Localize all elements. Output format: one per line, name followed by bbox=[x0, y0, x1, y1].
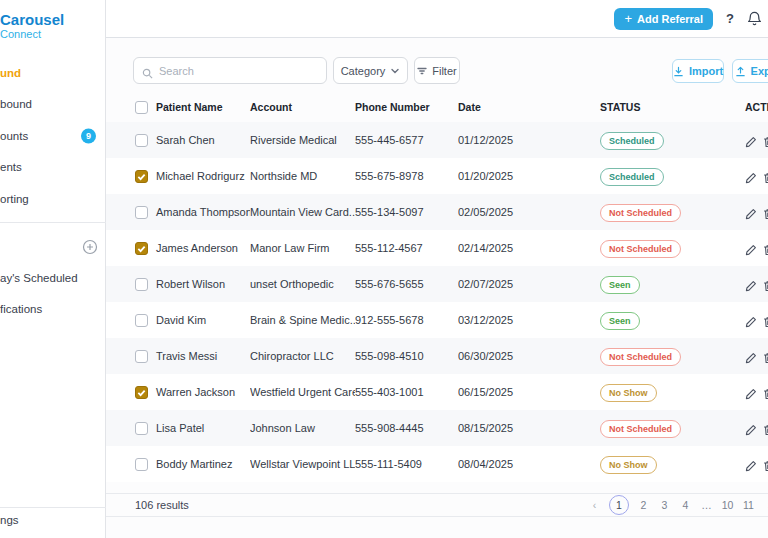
edit-pencil-icon[interactable] bbox=[745, 278, 757, 290]
sidebar-item[interactable]: fications bbox=[0, 294, 105, 326]
delete-trash-icon[interactable] bbox=[763, 134, 768, 146]
delete-trash-icon[interactable] bbox=[763, 314, 768, 326]
header-patient-name[interactable]: Patient Name bbox=[150, 101, 250, 113]
cell-phone-number: 555-445-6577 bbox=[355, 134, 458, 146]
pagination-item[interactable]: ‹ bbox=[588, 499, 601, 511]
delete-trash-icon[interactable] bbox=[763, 422, 768, 434]
header-status[interactable]: STATUS bbox=[600, 101, 745, 113]
row-checkbox[interactable] bbox=[135, 278, 148, 291]
filter-button[interactable]: Filter bbox=[414, 57, 460, 84]
header-account[interactable]: Account bbox=[250, 101, 355, 113]
sidebar-item[interactable]: ay's Scheduled bbox=[0, 262, 105, 294]
row-checkbox[interactable] bbox=[135, 422, 148, 435]
table-row[interactable]: Boddy Martinez Wellstar Viewpoint LLC 55… bbox=[106, 446, 768, 482]
edit-pencil-icon[interactable] bbox=[745, 458, 757, 470]
table-row[interactable]: Michael Rodrigurz Northside MD 555-675-8… bbox=[106, 158, 768, 194]
edit-pencil-icon[interactable] bbox=[745, 242, 757, 254]
edit-pencil-icon[interactable] bbox=[745, 170, 757, 182]
table-row[interactable]: Lisa Patel Johnson Law 555-908-4445 08/1… bbox=[106, 410, 768, 446]
cell-patient-name: Sarah Chen bbox=[150, 134, 250, 146]
cell-date: 06/30/2025 bbox=[458, 350, 600, 362]
row-checkbox[interactable] bbox=[135, 242, 148, 255]
cell-phone-number: 555-676-5655 bbox=[355, 278, 458, 290]
cell-date: 03/12/2025 bbox=[458, 314, 600, 326]
cell-phone-number: 555-908-4445 bbox=[355, 422, 458, 434]
cell-actions bbox=[745, 386, 768, 398]
table-row[interactable]: Travis Messi Chiropractor LLC 555-098-45… bbox=[106, 338, 768, 374]
export-button[interactable]: Export bbox=[732, 59, 768, 83]
search-input[interactable] bbox=[159, 65, 318, 77]
sidebar-divider bbox=[0, 222, 106, 223]
table-row[interactable]: James Anderson Manor Law Firm 555-112-45… bbox=[106, 230, 768, 266]
row-checkbox[interactable] bbox=[135, 206, 148, 219]
edit-pencil-icon[interactable] bbox=[745, 206, 757, 218]
sidebar: Carousel Connect und bound ounts 9 ents … bbox=[0, 0, 106, 538]
table-row[interactable]: Amanda Thompson Mountain View Card... 55… bbox=[106, 194, 768, 230]
cell-patient-name: Boddy Martinez bbox=[150, 458, 250, 470]
pagination-item[interactable]: … bbox=[700, 499, 713, 511]
row-checkbox[interactable] bbox=[135, 314, 148, 327]
select-all-checkbox[interactable] bbox=[135, 101, 148, 114]
edit-pencil-icon[interactable] bbox=[745, 386, 757, 398]
sidebar-item[interactable]: bound bbox=[0, 89, 105, 121]
edit-pencil-icon[interactable] bbox=[745, 134, 757, 146]
pagination-item[interactable]: 4 bbox=[679, 499, 692, 511]
cell-patient-name: Robert Wilson bbox=[150, 278, 250, 290]
delete-trash-icon[interactable] bbox=[763, 458, 768, 470]
chevron-down-icon bbox=[390, 66, 400, 76]
cell-account: Chiropractor LLC bbox=[250, 350, 355, 362]
table-row[interactable]: Robert Wilson unset Orthopedic 555-676-5… bbox=[106, 266, 768, 302]
table-row[interactable]: Sarah Chen Riverside Medical 555-445-657… bbox=[106, 122, 768, 158]
row-checkbox[interactable] bbox=[135, 386, 148, 399]
import-icon bbox=[673, 66, 684, 77]
help-icon[interactable]: ? bbox=[726, 11, 734, 26]
delete-trash-icon[interactable] bbox=[763, 350, 768, 362]
table-row[interactable]: David Kim Brain & Spine Medic... 912-555… bbox=[106, 302, 768, 338]
cell-phone-number: 912-555-5678 bbox=[355, 314, 458, 326]
pagination-item[interactable]: 11 bbox=[742, 499, 755, 511]
sidebar-item[interactable]: orting bbox=[0, 183, 105, 215]
header-phone-number[interactable]: Phone Number bbox=[355, 101, 458, 113]
sidebar-item-settings[interactable]: ngs bbox=[0, 514, 19, 526]
cell-status: No Show bbox=[600, 454, 745, 474]
pagination-item[interactable]: 1 bbox=[609, 495, 629, 515]
delete-trash-icon[interactable] bbox=[763, 386, 768, 398]
delete-trash-icon[interactable] bbox=[763, 242, 768, 254]
cell-account: Northside MD bbox=[250, 170, 355, 182]
sidebar-item-label: ay's Scheduled bbox=[0, 272, 78, 284]
category-dropdown[interactable]: Category bbox=[333, 57, 408, 84]
status-badge: Not Scheduled bbox=[600, 348, 681, 366]
pagination-item[interactable]: 10 bbox=[721, 499, 734, 511]
pagination: ‹ 1 2 3 4 … 10 11 › bbox=[588, 493, 768, 517]
add-referral-label: Add Referral bbox=[637, 13, 703, 25]
sidebar-item[interactable]: ounts 9 bbox=[0, 120, 105, 152]
sidebar-nav: und bound ounts 9 ents orting bbox=[0, 57, 105, 215]
sidebar-item[interactable]: ents bbox=[0, 152, 105, 184]
cell-status: Seen bbox=[600, 274, 745, 294]
delete-trash-icon[interactable] bbox=[763, 170, 768, 182]
edit-pencil-icon[interactable] bbox=[745, 422, 757, 434]
sidebar-item[interactable]: und bbox=[0, 57, 105, 89]
header-actions[interactable]: ACTIONS bbox=[745, 101, 768, 113]
circle-plus-icon[interactable] bbox=[82, 239, 98, 255]
row-checkbox[interactable] bbox=[135, 350, 148, 363]
header-date[interactable]: Date bbox=[458, 101, 600, 113]
pagination-item[interactable]: 3 bbox=[658, 499, 671, 511]
pagination-item[interactable]: 2 bbox=[637, 499, 650, 511]
table-row[interactable]: Warren Jackson Westfield Urgent Care 555… bbox=[106, 374, 768, 410]
sidebar-secondary-nav: ay's Scheduled fications bbox=[0, 262, 105, 325]
delete-trash-icon[interactable] bbox=[763, 206, 768, 218]
pagination-item[interactable]: › bbox=[763, 499, 768, 511]
row-checkbox[interactable] bbox=[135, 170, 148, 183]
sidebar-item-label: und bbox=[0, 67, 21, 79]
edit-pencil-icon[interactable] bbox=[745, 314, 757, 326]
row-checkbox[interactable] bbox=[135, 134, 148, 147]
sidebar-bottom-divider bbox=[0, 507, 106, 508]
add-referral-button[interactable]: + Add Referral bbox=[614, 8, 713, 30]
search-box bbox=[133, 57, 327, 84]
notifications-bell-icon[interactable] bbox=[747, 11, 762, 27]
import-button[interactable]: Import bbox=[672, 59, 724, 83]
row-checkbox[interactable] bbox=[135, 458, 148, 471]
edit-pencil-icon[interactable] bbox=[745, 350, 757, 362]
delete-trash-icon[interactable] bbox=[763, 278, 768, 290]
